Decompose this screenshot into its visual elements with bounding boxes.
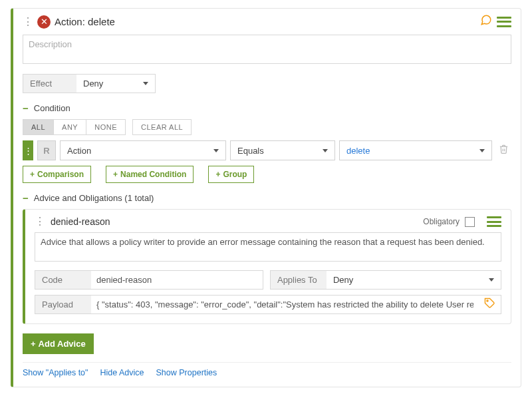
- value-text: delete: [346, 146, 370, 156]
- add-named-condition-button[interactable]: +Named Condition: [106, 166, 194, 183]
- chevron-down-icon: [323, 149, 328, 152]
- delete-row-icon[interactable]: [496, 144, 511, 157]
- payload-input[interactable]: [91, 296, 479, 313]
- add-comparison-button[interactable]: +Comparison: [23, 166, 91, 183]
- drag-handle-icon[interactable]: ⋮: [35, 216, 45, 227]
- attribute-value: Action: [67, 146, 91, 156]
- add-advice-button[interactable]: +Add Advice: [23, 333, 94, 354]
- plus-icon: +: [31, 339, 36, 349]
- drag-handle-icon[interactable]: ⋮: [23, 17, 33, 27]
- svg-point-0: [487, 300, 488, 301]
- add-buttons-row: +Comparison +Named Condition +Group: [23, 166, 511, 183]
- plus-icon: +: [215, 170, 220, 179]
- value-select[interactable]: delete: [339, 140, 492, 160]
- condition-heading: Condition: [34, 103, 70, 113]
- delete-rule-button[interactable]: ✕: [37, 15, 51, 29]
- chevron-down-icon: [489, 278, 494, 282]
- applies-to-field: Applies To Deny: [270, 270, 501, 290]
- menu-icon[interactable]: [487, 216, 501, 227]
- applies-to-label: Applies To: [271, 271, 327, 289]
- clear-all-group: CLEAR ALL: [132, 119, 192, 135]
- advice-section-head: − Advice and Obligations (1 total): [23, 192, 511, 204]
- show-applies-to-link[interactable]: Show "Applies to": [23, 368, 88, 377]
- code-applies-row: Code Applies To Deny: [35, 270, 501, 290]
- add-group-button[interactable]: +Group: [208, 166, 254, 183]
- plus-icon: +: [113, 170, 118, 179]
- hide-advice-link[interactable]: Hide Advice: [100, 368, 144, 377]
- obligatory-label: Obligatory: [423, 217, 460, 226]
- rule-card: ⋮ ✕ Action: delete Effect Deny − Conditi…: [11, 8, 521, 387]
- effect-field: Effect Deny: [23, 74, 156, 93]
- effect-value: Deny: [83, 79, 103, 89]
- chevron-down-icon: [213, 149, 219, 152]
- condition-row: ⋮ R Action Equals delete: [23, 140, 511, 160]
- payload-row: Payload: [35, 295, 501, 314]
- plus-icon: +: [30, 170, 35, 179]
- payload-field: Payload: [35, 295, 501, 314]
- footer-links: Show "Applies to" Hide Advice Show Prope…: [23, 368, 511, 377]
- advice-header: ⋮ denied-reason Obligatory: [35, 216, 501, 227]
- operator-value: Equals: [237, 146, 264, 156]
- code-input[interactable]: [91, 271, 263, 289]
- advice-panel: ⋮ denied-reason Obligatory Code Applies …: [23, 209, 511, 324]
- clear-all-button[interactable]: CLEAR ALL: [133, 120, 191, 134]
- effect-select[interactable]: Deny: [76, 75, 155, 93]
- rule-title: Action: delete: [55, 16, 475, 27]
- collapse-toggle-condition[interactable]: −: [23, 102, 29, 114]
- attribute-select[interactable]: Action: [60, 140, 226, 160]
- description-input[interactable]: [23, 35, 511, 64]
- comment-icon[interactable]: [479, 14, 493, 29]
- show-properties-link[interactable]: Show Properties: [156, 368, 217, 377]
- condition-toolbar: ALL ANY NONE CLEAR ALL: [23, 119, 511, 135]
- code-field: Code: [35, 270, 263, 290]
- applies-to-select[interactable]: Deny: [327, 271, 501, 289]
- tab-any[interactable]: ANY: [54, 120, 86, 134]
- combine-mode-group: ALL ANY NONE: [23, 119, 126, 135]
- code-label: Code: [35, 271, 91, 289]
- chevron-down-icon: [143, 82, 148, 85]
- obligatory-checkbox[interactable]: [465, 217, 475, 227]
- operator-select[interactable]: Equals: [230, 140, 335, 160]
- tag-icon[interactable]: [479, 298, 501, 311]
- menu-icon[interactable]: [497, 17, 511, 27]
- effect-label: Effect: [23, 75, 76, 93]
- advice-heading: Advice and Obligations (1 total): [34, 193, 154, 203]
- r-badge: R: [37, 140, 56, 160]
- rule-header: ⋮ ✕ Action: delete: [23, 14, 511, 29]
- condition-drag-handle[interactable]: ⋮: [23, 140, 33, 160]
- advice-name: denied-reason: [51, 216, 418, 227]
- collapse-toggle-advice[interactable]: −: [23, 192, 29, 204]
- advice-description[interactable]: [35, 232, 501, 262]
- divider: [23, 362, 511, 363]
- payload-label: Payload: [35, 296, 91, 313]
- tab-none[interactable]: NONE: [86, 120, 125, 134]
- chevron-down-icon: [479, 149, 485, 152]
- condition-section-head: − Condition: [23, 102, 511, 114]
- tab-all[interactable]: ALL: [23, 120, 54, 134]
